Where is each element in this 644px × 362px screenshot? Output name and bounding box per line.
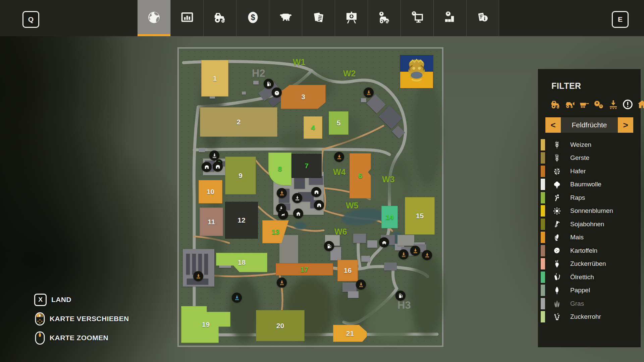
crop-row[interactable]: Sonnenblumen [538,204,641,218]
harvester-icon[interactable] [565,99,576,110]
poi-unload-icon[interactable] [410,246,420,256]
poi-unload-icon[interactable] [292,193,302,203]
field-17[interactable]: 17 [276,263,333,276]
bar-chart-icon [180,10,194,26]
poi-fuel-icon[interactable] [395,291,406,301]
crop-row[interactable]: Mais [538,231,641,244]
field-2[interactable]: 2 [200,107,277,137]
crop-row[interactable]: Hafer [538,165,641,178]
poplar-icon [552,286,561,295]
tab-map[interactable] [138,0,170,36]
crop-row[interactable]: Raps [538,191,641,204]
crop-row[interactable]: Zuckerrohr [538,310,641,324]
field-number: 6 [358,172,362,180]
poi-barn-icon[interactable] [213,162,223,172]
field-5[interactable]: 5 [329,111,348,135]
crop-row[interactable]: Zuckerrüben [538,257,641,271]
poi-unload-icon[interactable] [277,278,287,288]
unload-point-icon[interactable] [608,99,619,110]
crop-swatch [541,192,545,203]
building [361,256,370,262]
field-20[interactable]: 20 [256,310,305,341]
crop-swatch [541,298,545,309]
field-1[interactable]: 1 [201,60,228,97]
selector-prev-button[interactable]: < [545,117,561,133]
poi-barn-icon[interactable] [202,162,212,172]
poi-unload-icon[interactable] [364,87,374,98]
selector-next-button[interactable]: > [618,117,633,133]
field-3[interactable]: 3 [281,85,326,109]
poi-animal-icon[interactable] [278,209,288,220]
tab-statistics[interactable] [170,0,203,36]
crop-row[interactable]: Sojabohnen [538,218,641,231]
poi-barn-icon[interactable] [311,187,321,197]
prev-page-key-badge: Q [22,11,39,28]
poi-fuel-icon[interactable] [324,241,334,251]
poi-unload-icon[interactable] [193,271,203,281]
field-number: 3 [301,93,305,101]
crop-label: Pappel [570,287,590,294]
tab-production-board[interactable] [335,0,368,36]
crop-row[interactable]: Pappel [538,284,641,297]
building [367,240,377,248]
crop-row[interactable]: Gerste [538,152,641,165]
field-4[interactable]: 4 [304,116,322,139]
crop-label: Weizen [570,141,591,148]
poi-unload-icon[interactable] [398,249,409,259]
field-9[interactable]: 9 [225,157,256,194]
field-11[interactable]: 11 [200,207,223,236]
svg-text:$: $ [251,13,255,22]
tab-garage[interactable] [368,0,400,36]
tab-finances[interactable]: $ [236,0,269,36]
tab-help[interactable] [466,0,499,36]
poi-unload-icon[interactable] [422,250,432,260]
crop-swatch [541,179,545,190]
field-number: 17 [301,265,308,274]
field-10[interactable]: 10 [199,180,222,203]
building [204,254,208,275]
top-bar: Q $ E [0,0,644,36]
home-icon[interactable] [637,99,644,110]
field-15[interactable]: 15 [405,197,435,235]
town-crest-logo [400,55,433,88]
field-14[interactable]: 14 [381,206,398,228]
crop-row[interactable]: Weizen [538,138,641,152]
tab-vehicles[interactable] [203,0,236,36]
field-number: 7 [305,162,309,170]
tractor-icon[interactable] [550,99,561,110]
crop-swatch [541,152,545,164]
oat-icon [552,167,561,176]
field-number: 2 [237,118,241,126]
tab-animals[interactable] [269,0,302,36]
poi-barn-icon[interactable] [314,200,324,210]
trailer-icon[interactable] [579,99,590,110]
poi-fuel-icon[interactable] [264,79,274,89]
warning-icon[interactable] [622,99,633,110]
poi-service-icon[interactable] [272,87,282,98]
crop-row[interactable]: Baumwolle [538,178,641,191]
map-viewport[interactable]: 123456789101112131415161718192021H2H3W1W… [177,47,443,347]
building [199,148,205,152]
building [361,98,366,102]
field-12[interactable]: 12 [225,202,258,239]
poi-unload-icon[interactable] [232,293,242,303]
crop-swatch [541,245,545,256]
poi-house-icon[interactable] [293,208,303,219]
tab-contracts[interactable] [302,0,335,36]
tab-production-chains[interactable] [433,0,466,36]
gears-icon[interactable] [593,99,604,110]
globe-icon [147,10,161,26]
poi-unload-icon[interactable] [334,152,344,162]
field-16[interactable]: 16 [337,260,358,281]
terrain-patch [229,279,259,342]
field-7[interactable]: 7 [291,154,322,178]
field-6[interactable]: 6 [350,153,371,198]
poi-unload-icon[interactable] [277,188,287,198]
tab-computer[interactable] [400,0,433,36]
poi-scale-icon[interactable] [379,237,389,247]
crop-row[interactable]: Ölrettich [538,270,641,284]
crop-row[interactable]: Gras [538,297,641,310]
poi-unload-icon[interactable] [356,280,366,290]
crop-label: Hafer [570,168,586,175]
crop-row[interactable]: Kartoffeln [538,244,641,257]
